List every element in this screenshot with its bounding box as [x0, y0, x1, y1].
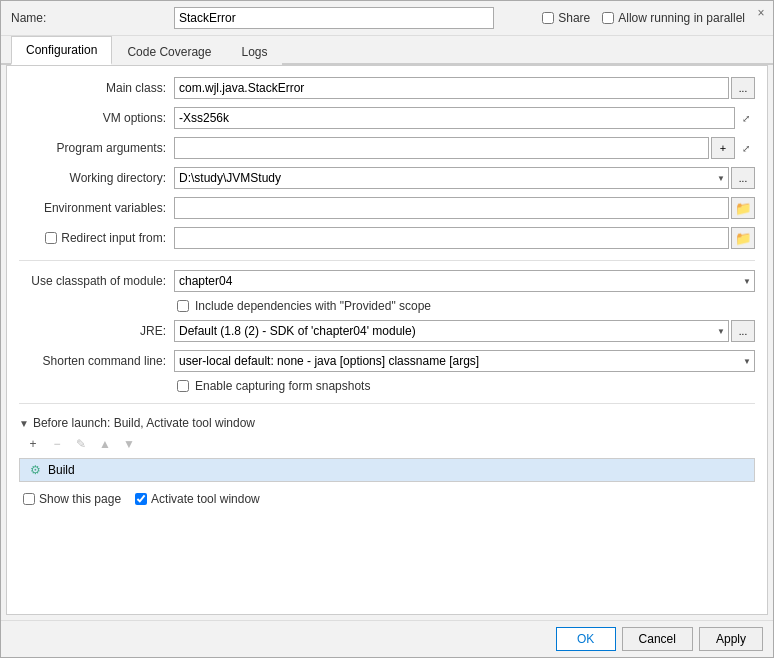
working-dir-row: Working directory: ... — [19, 166, 755, 190]
before-launch-toolbar: + − ✎ ▲ ▼ — [19, 434, 755, 454]
share-label: Share — [558, 11, 590, 25]
jre-row: JRE: Default (1.8 (2) - SDK of 'chapter0… — [19, 319, 755, 343]
main-class-browse-btn[interactable]: ... — [731, 77, 755, 99]
before-launch-collapse-icon[interactable]: ▼ — [19, 418, 29, 429]
parallel-checkbox-label[interactable]: Allow running in parallel — [602, 11, 745, 25]
jre-select[interactable]: Default (1.8 (2) - SDK of 'chapter04' mo… — [174, 320, 729, 342]
main-class-label: Main class: — [19, 81, 174, 95]
show-page-label[interactable]: Show this page — [23, 492, 121, 506]
working-dir-browse-btn[interactable]: ... — [731, 167, 755, 189]
activate-window-label[interactable]: Activate tool window — [135, 492, 260, 506]
vm-options-expand-btn[interactable]: ⤢ — [737, 109, 755, 127]
folder-icon: 📁 — [735, 201, 752, 216]
before-launch-section: ▼ Before launch: Build, Activate tool wi… — [19, 416, 755, 482]
tabs-bar: Configuration Code Coverage Logs — [1, 36, 773, 65]
close-button[interactable]: × — [753, 5, 769, 21]
enable-snapshots-checkbox[interactable] — [177, 380, 189, 392]
redirect-row: Redirect input from: 📁 — [19, 226, 755, 250]
program-args-row: Program arguments: + ⤢ — [19, 136, 755, 160]
classpath-field: chapter04 — [174, 270, 755, 292]
shorten-field: user-local default: none - java [options… — [174, 350, 755, 372]
bottom-checkboxes: Show this page Activate tool window — [19, 492, 755, 506]
tab-configuration[interactable]: Configuration — [11, 36, 112, 65]
include-deps-label: Include dependencies with "Provided" sco… — [195, 299, 431, 313]
apply-button[interactable]: Apply — [699, 627, 763, 651]
before-launch-remove-btn[interactable]: − — [47, 434, 67, 454]
program-args-add-btn[interactable]: + — [711, 137, 735, 159]
enable-snapshots-row: Enable capturing form snapshots — [19, 379, 755, 393]
build-icon: ⚙ — [28, 463, 42, 477]
before-launch-up-btn[interactable]: ▲ — [95, 434, 115, 454]
env-vars-field: 📁 — [174, 197, 755, 219]
build-item[interactable]: ⚙ Build — [20, 459, 754, 481]
program-args-label: Program arguments: — [19, 141, 174, 155]
run-config-dialog: Name: Share Allow running in parallel × … — [0, 0, 774, 658]
activate-window-text: Activate tool window — [151, 492, 260, 506]
cancel-button[interactable]: Cancel — [622, 627, 693, 651]
config-content: Main class: ... VM options: ⤢ Program ar… — [6, 65, 768, 615]
folder2-icon: 📁 — [735, 231, 752, 246]
jre-browse-btn[interactable]: ... — [731, 320, 755, 342]
separator2 — [19, 403, 755, 404]
separator1 — [19, 260, 755, 261]
redirect-checkbox-label[interactable]: Redirect input from: — [45, 231, 166, 245]
redirect-label: Redirect input from: — [61, 231, 166, 245]
parallel-label: Allow running in parallel — [618, 11, 745, 25]
name-input[interactable] — [174, 7, 494, 29]
redirect-checkbox[interactable] — [45, 232, 57, 244]
working-dir-label: Working directory: — [19, 171, 174, 185]
header-options: Share Allow running in parallel — [542, 11, 745, 25]
program-args-field: + ⤢ — [174, 137, 755, 159]
shorten-select[interactable]: user-local default: none - java [options… — [174, 350, 755, 372]
classpath-select[interactable]: chapter04 — [174, 270, 755, 292]
program-args-input[interactable] — [174, 137, 709, 159]
shorten-row: Shorten command line: user-local default… — [19, 349, 755, 373]
jre-field: Default (1.8 (2) - SDK of 'chapter04' mo… — [174, 320, 755, 342]
classpath-row: Use classpath of module: chapter04 — [19, 269, 755, 293]
share-checkbox-label[interactable]: Share — [542, 11, 590, 25]
main-class-field: ... — [174, 77, 755, 99]
show-page-checkbox[interactable] — [23, 493, 35, 505]
env-vars-label: Environment variables: — [19, 201, 174, 215]
before-launch-title: Before launch: Build, Activate tool wind… — [33, 416, 255, 430]
classpath-label: Use classpath of module: — [19, 274, 174, 288]
parallel-checkbox[interactable] — [602, 12, 614, 24]
build-item-label: Build — [48, 463, 75, 477]
redirect-input[interactable] — [174, 227, 729, 249]
redirect-field: 📁 — [174, 227, 755, 249]
enable-snapshots-label: Enable capturing form snapshots — [195, 379, 370, 393]
working-dir-field: ... — [174, 167, 755, 189]
ok-button[interactable]: OK — [556, 627, 616, 651]
tab-logs[interactable]: Logs — [226, 38, 282, 65]
redirect-browse-btn[interactable]: 📁 — [731, 227, 755, 249]
before-launch-add-btn[interactable]: + — [23, 434, 43, 454]
vm-options-row: VM options: ⤢ — [19, 106, 755, 130]
activate-window-checkbox[interactable] — [135, 493, 147, 505]
vm-options-field: ⤢ — [174, 107, 755, 129]
before-launch-header: ▼ Before launch: Build, Activate tool wi… — [19, 416, 755, 430]
program-args-expand-btn[interactable]: ⤢ — [737, 139, 755, 157]
env-vars-input[interactable] — [174, 197, 729, 219]
main-class-input[interactable] — [174, 77, 729, 99]
title-bar: Name: Share Allow running in parallel × — [1, 1, 773, 36]
env-vars-browse-btn[interactable]: 📁 — [731, 197, 755, 219]
include-deps-row: Include dependencies with "Provided" sco… — [19, 299, 755, 313]
vm-options-label: VM options: — [19, 111, 174, 125]
name-label: Name: — [11, 11, 166, 25]
working-dir-input[interactable] — [174, 167, 729, 189]
env-vars-row: Environment variables: 📁 — [19, 196, 755, 220]
dialog-footer: OK Cancel Apply — [1, 620, 773, 657]
share-checkbox[interactable] — [542, 12, 554, 24]
include-deps-checkbox[interactable] — [177, 300, 189, 312]
main-class-row: Main class: ... — [19, 76, 755, 100]
vm-options-input[interactable] — [174, 107, 735, 129]
before-launch-down-btn[interactable]: ▼ — [119, 434, 139, 454]
jre-label: JRE: — [19, 324, 174, 338]
before-launch-list: ⚙ Build — [19, 458, 755, 482]
show-page-text: Show this page — [39, 492, 121, 506]
tab-coverage[interactable]: Code Coverage — [112, 38, 226, 65]
shorten-label: Shorten command line: — [19, 354, 174, 368]
before-launch-edit-btn[interactable]: ✎ — [71, 434, 91, 454]
